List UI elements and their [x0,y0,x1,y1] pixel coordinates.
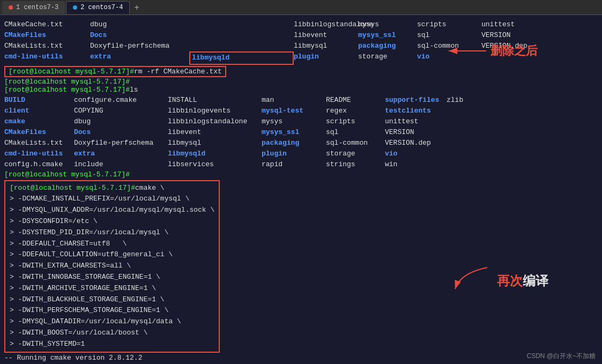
rm-prompt: [root@localhost mysql-5.7.17]# [9,68,134,76]
recompile-label: 再次编译 [497,272,548,289]
recompile-arrow-svg [450,268,493,294]
file-mysys: mysys [358,19,417,30]
watermark: CSDN @白开水~不加糖 [526,352,596,361]
file-sql: sql [417,30,481,41]
ls-cmd-text: ls [130,86,138,94]
cmake-line12: > -DMYSQL_DATADIR=/usr/local/mysql/data … [10,316,214,328]
rm-cmd-text: rm -rf CMakeCache.txt [134,68,222,76]
file-blank2 [189,30,294,41]
file-libmysql: libmysql [294,41,358,51]
prompt-after-ls: [root@localhost mysql-5.7.17]# [4,170,598,179]
tab-add-button[interactable]: + [131,2,142,13]
file-cmakecache: CMakeCache.txt [4,19,90,30]
cmake-line0: [root@localhost mysql-5.7.17]#cmake \ [10,183,214,194]
file-scripts: scripts [417,19,481,30]
tab-centos7-4[interactable]: 2 centos7-4 [66,1,130,14]
tab-dot-red [9,5,13,10]
file-docs: Docs [90,30,189,41]
cmake-line7: > -DWITH_EXTRA_CHARSETS=all \ [10,261,214,272]
recompile-annotation: 再次编译 [450,268,548,294]
cmake-command-block: [root@localhost mysql-5.7.17]#cmake \ > … [4,180,220,353]
tab-label-1: 1 centos7-3 [16,4,58,11]
ls-row1: BUILD configure.cmake INSTALL man README… [4,95,598,106]
file-libmysqld: libmysqld [192,54,229,62]
running-cmake-line: -- Running cmake version 2.8.12.2 [4,354,598,362]
ls-row6: cmd-line-utils extra libmysqld plugin st… [4,148,598,159]
file-dbug: dbug [90,19,189,30]
delete-arrow-svg [443,44,486,57]
file-libbinlog: libbinlogstandalone [294,19,358,30]
ls-row3: cmake dbug libbinlogstandalone mysys scr… [4,116,598,127]
file-libmysqld-box: libmysqld [189,51,294,64]
ls-row7: config.h.cmake include libservices rapid… [4,159,598,170]
file-blank3 [189,41,294,51]
rm-command-line: [root@localhost mysql-5.7.17]#rm -rf CMa… [4,66,226,77]
file-libevent: libevent [294,30,358,41]
prompt-after-rm: [root@localhost mysql-5.7.17]# [4,78,598,86]
cmake-line8: > -DWITH_INNOBASE_STORAGE_ENGINE=1 \ [10,272,214,283]
ls-row2: client COPYING libbinlogevents mysql-tes… [4,106,598,116]
tab-dot-blue [73,5,77,10]
file-version: VERSION [481,30,540,41]
ls-command: [root@localhost mysql-5.7.17]#ls [4,86,598,94]
cmake-line14: > -DWITH_SYSTEMD=1 [10,339,214,350]
file-unittest: unittest [481,19,540,30]
tab-bar: 1 centos7-3 2 centos7-4 + [0,0,602,15]
file-storage: storage [358,51,417,64]
cmake-line5: > -DDEFAULT_CHARSET=utf8 \ [10,239,214,250]
delete-annotation: 删除之后 [443,43,538,59]
file-cmdline: cmd-line-utils [4,51,90,64]
file-packaging: packaging [358,41,417,51]
terminal: CMakeCache.txt dbug libbinlogstandalone … [0,15,602,364]
file-list-row2: CMakeFiles Docs libevent mysys_ssl sql V… [4,30,598,41]
cmake-line13: > -DWITH_BOOST=/usr/local/boost \ [10,328,214,339]
delete-label: 删除之后 [490,43,538,59]
cmake-line4: > -DSYSTEMD_PID_DIR=/usr/local/mysql \ [10,227,214,239]
tab-centos7-3[interactable]: 1 centos7-3 [2,1,65,14]
cmake-line9: > -DWITH_ARCHIVE_STORAGE_ENGINE=1 \ [10,283,214,294]
after-ls-section: BUILD configure.cmake INSTALL man README… [4,95,598,170]
ls-row4: CMakeFiles Docs libevent mysys_ssl sql V… [4,127,598,138]
file-plugin: plugin [294,51,358,64]
cmake-line1: > -DCMAKE_INSTALL_PREFIX=/usr/local/mysq… [10,194,214,205]
tab-label-2: 2 centos7-4 [80,4,123,11]
file-doxyfile: Doxyfile-perfschema [90,41,189,51]
file-cmakefiles: CMakeFiles [4,30,90,41]
file-blank1 [189,19,294,30]
cmake-line10: > -DWITH_BLACKHOLE_STORAGE_ENGINE=1 \ [10,294,214,306]
running-cmake-text: -- Running cmake version 2.8.12.2 [4,354,142,362]
file-mysys-ssl: mysys_ssl [358,30,417,41]
cmake-line3: > -DSYSCONFDIR=/etc \ [10,216,214,227]
file-list-row1: CMakeCache.txt dbug libbinlogstandalone … [4,19,598,30]
cmake-line6: > -DDEFAULT_COLLATION=utf8_general_ci \ [10,249,214,261]
rm-command-box: [root@localhost mysql-5.7.17]#rm -rf CMa… [4,66,226,77]
cmake-line11: > -DWITH_PERFSCHEMA_STORAGE_ENGINE=1 \ [10,305,214,316]
file-cmakelists: CMakeLists.txt [4,41,90,51]
ls-row5: CMakeLists.txt Doxyfile-perfschema libmy… [4,138,598,148]
cmake-line2: > -DMYSQL_UNIX_ADDR=/usr/local/mysql/mys… [10,205,214,216]
file-extra: extra [90,51,189,64]
